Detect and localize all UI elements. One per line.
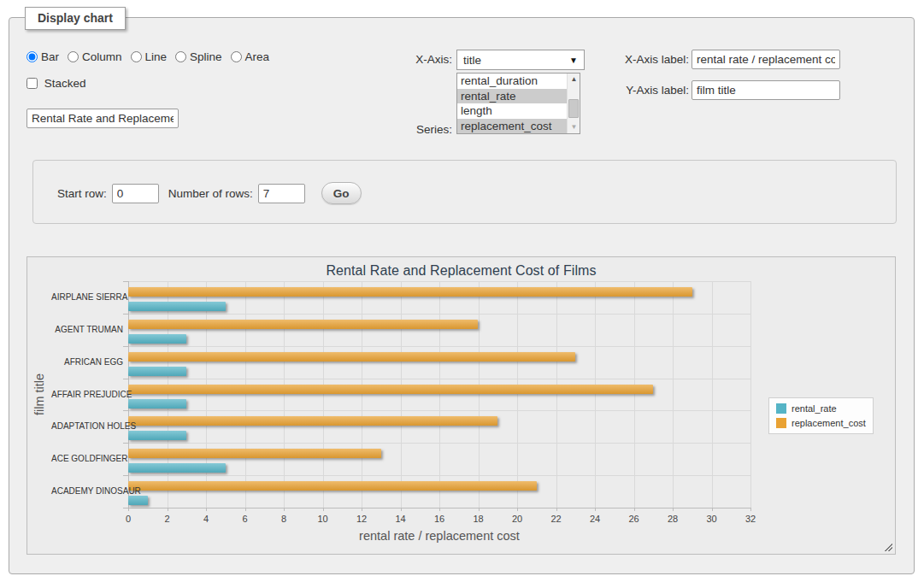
gridline-vertical (206, 281, 207, 508)
chart-title-input[interactable] (26, 109, 179, 128)
category-label: AIRPLANE SIERRA (51, 292, 123, 302)
series-option-length[interactable]: length (457, 103, 567, 119)
y-axis-tick (123, 346, 128, 347)
x-axis-tick-label: 12 (347, 514, 376, 524)
bar-rental_rate[interactable] (128, 367, 186, 376)
chart-type-radio-area[interactable] (231, 51, 242, 62)
series-listbox-scrollbar[interactable]: ▲ ▼ (567, 73, 580, 133)
legend-label: rental_rate (792, 403, 837, 414)
x-axis-tick-label: 18 (464, 514, 493, 524)
row-controls-panel: Start row: Number of rows: Go (32, 160, 897, 224)
x-axis-label-input[interactable] (692, 50, 840, 69)
gridline-vertical (362, 281, 362, 508)
legend-item-rental_rate[interactable]: rental_rate (776, 403, 866, 414)
chart-type-radio-column[interactable] (68, 51, 79, 62)
number-of-rows-input[interactable] (258, 184, 305, 203)
chart-type-option-line: Line (131, 50, 168, 63)
gridline-vertical (401, 281, 402, 508)
bar-replacement_cost[interactable] (128, 287, 692, 297)
series-option-rental_duration[interactable]: rental_duration (457, 73, 567, 89)
bar-rental_rate[interactable] (128, 334, 186, 344)
y-axis-tick (123, 410, 128, 411)
series-listbox[interactable]: rental_durationrental_ratelengthreplacem… (456, 73, 580, 134)
series-select-label: Series: (334, 123, 452, 136)
chart-type-radio-spline[interactable] (175, 51, 186, 62)
gridline-vertical (750, 281, 751, 508)
scroll-down-icon[interactable]: ▼ (568, 121, 580, 133)
y-axis-label-input[interactable] (692, 80, 840, 100)
y-axis-label-label: Y-Axis label: (565, 84, 689, 97)
bar-replacement_cost[interactable] (128, 449, 381, 458)
display-chart-fieldset: Display chart BarColumnLineSplineArea St… (9, 17, 915, 574)
gridline-vertical (168, 281, 168, 508)
gridline-horizontal (128, 379, 750, 379)
bar-replacement_cost[interactable] (128, 385, 653, 394)
chart-type-label: Area (245, 50, 270, 63)
chart-type-radio-line[interactable] (131, 51, 142, 62)
category-label: AFRICAN EGG (51, 357, 123, 367)
start-row-input[interactable] (112, 184, 159, 203)
row-controls: Start row: Number of rows: Go (57, 182, 362, 204)
bar-rental_rate[interactable] (128, 496, 148, 505)
chart-type-option-bar: Bar (26, 50, 59, 63)
x-axis-tick-label: 20 (503, 514, 532, 524)
gridline-horizontal (128, 410, 750, 411)
x-axis-tick-label: 32 (736, 514, 765, 524)
chart-type-label: Column (82, 50, 122, 63)
category-label: ACE GOLDFINGER (51, 454, 123, 463)
x-axis-tick-label: 6 (231, 514, 260, 524)
bar-rental_rate[interactable] (128, 399, 186, 409)
bar-replacement_cost[interactable] (128, 352, 575, 362)
x-axis-tick-label: 8 (269, 514, 298, 524)
resize-grip-icon[interactable] (883, 542, 892, 551)
bar-rental_rate[interactable] (128, 431, 186, 440)
gridline-horizontal (128, 475, 750, 476)
x-axis-tick-label: 22 (542, 514, 571, 524)
x-axis-select-label: X-Axis: (334, 53, 452, 66)
bar-replacement_cost[interactable] (128, 481, 537, 491)
category-label: ADAPTATION HOLES (51, 421, 123, 431)
go-button[interactable]: Go (321, 182, 362, 204)
x-axis-tick-label: 0 (114, 514, 143, 524)
chart-title: Rental Rate and Replacement Cost of Film… (27, 263, 895, 279)
legend-swatch-icon (776, 418, 786, 428)
y-axis-tick (123, 508, 128, 509)
series-option-replacement_cost[interactable]: replacement_cost (457, 119, 567, 134)
bar-rental_rate[interactable] (128, 302, 226, 311)
gridline-vertical (712, 281, 713, 508)
gridline-horizontal (128, 443, 750, 444)
stacked-option: Stacked (26, 77, 86, 90)
x-axis-line (128, 508, 750, 509)
x-axis-tick-label: 26 (620, 514, 649, 524)
chart-type-radio-bar[interactable] (26, 51, 38, 62)
gridline-horizontal (128, 314, 750, 315)
chart-type-option-column: Column (68, 50, 122, 63)
gridline-vertical (517, 281, 518, 508)
x-axis-tick-label: 16 (425, 514, 454, 524)
x-axis-tick-label: 2 (153, 514, 182, 524)
gridline-horizontal (128, 346, 750, 347)
x-axis-tick-label: 30 (697, 514, 727, 524)
bar-replacement_cost[interactable] (128, 320, 478, 329)
legend-item-replacement_cost[interactable]: replacement_cost (776, 418, 866, 428)
scrollbar-thumb[interactable] (568, 99, 579, 118)
gridline-vertical (323, 281, 324, 508)
gridline-horizontal (128, 281, 750, 282)
bar-replacement_cost[interactable] (128, 416, 497, 426)
x-axis-label-label: X-Axis label: (565, 53, 689, 66)
chart-type-option-area: Area (231, 50, 270, 63)
x-axis-tick (750, 508, 751, 511)
gridline-vertical (673, 281, 674, 508)
y-axis-tick (123, 443, 128, 444)
start-row-label: Start row: (57, 187, 107, 200)
stacked-checkbox[interactable] (26, 78, 38, 89)
series-option-rental_rate[interactable]: rental_rate (457, 89, 567, 104)
chart-x-axis-title: rental rate / replacement cost (128, 529, 750, 543)
x-axis-tick-label: 24 (580, 514, 609, 524)
y-axis-tick (123, 475, 128, 476)
x-axis-tick-label: 14 (386, 514, 415, 524)
gridline-vertical (439, 281, 440, 508)
y-axis-tick (123, 314, 128, 315)
bar-rental_rate[interactable] (128, 463, 226, 473)
chart-type-label: Spline (190, 50, 222, 63)
